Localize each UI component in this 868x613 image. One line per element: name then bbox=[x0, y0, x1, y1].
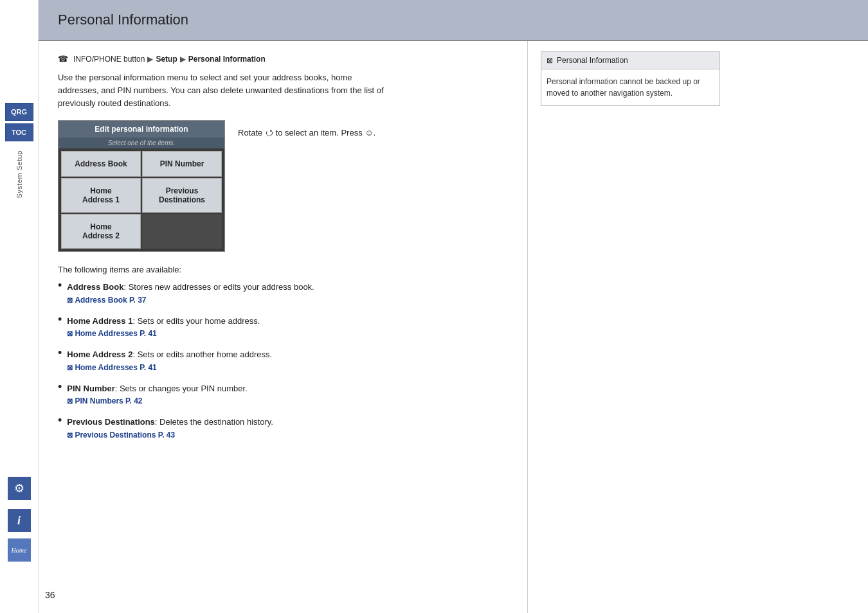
list-item: • Previous Destinations: Deletes the des… bbox=[58, 416, 508, 441]
list-item: • PIN Number: Sets or changes your PIN n… bbox=[58, 382, 508, 407]
nav-btn-empty bbox=[142, 214, 222, 249]
bullet-text: Home Address 2: Sets or edits another ho… bbox=[67, 348, 272, 373]
breadcrumb-text3: Personal Information bbox=[188, 55, 266, 64]
nav-btn-pin-number[interactable]: PIN Number bbox=[142, 151, 222, 177]
item-name-home-address-1: Home Address 1 bbox=[67, 316, 132, 326]
item-name-previous-destinations: Previous Destinations bbox=[67, 417, 155, 427]
breadcrumb-arrow2: ▶ bbox=[180, 55, 186, 64]
nav-screen-grid: Address Book PIN Number HomeAddress 1 Pr… bbox=[59, 148, 224, 251]
item-name-home-address-2: Home Address 2 bbox=[67, 350, 132, 359]
nav-btn-home-address-2[interactable]: HomeAddress 2 bbox=[61, 214, 141, 249]
bullet-text: Home Address 1: Sets or edits your home … bbox=[67, 315, 260, 340]
home-addresses-2-link[interactable]: Home Addresses P. 41 bbox=[67, 362, 272, 373]
bullet-dot: • bbox=[58, 414, 62, 426]
page-number: 36 bbox=[45, 590, 55, 600]
content-area: ☎ INFO/PHONE button ▶ Setup ▶ Personal I… bbox=[39, 41, 868, 613]
left-content: ☎ INFO/PHONE button ▶ Setup ▶ Personal I… bbox=[39, 41, 527, 613]
nav-screen: Edit personal information Select one of … bbox=[58, 120, 225, 252]
pin-numbers-link[interactable]: PIN Numbers P. 42 bbox=[67, 395, 247, 407]
bullet-dot: • bbox=[58, 314, 62, 325]
list-item: • Home Address 1: Sets or edits your hom… bbox=[58, 315, 508, 340]
item-name-address-book: Address Book bbox=[67, 282, 123, 292]
bullet-dot: • bbox=[58, 347, 62, 359]
gear-icon: ⚙ bbox=[14, 481, 24, 495]
nav-btn-address-book[interactable]: Address Book bbox=[61, 151, 141, 177]
sidebar: QRG TOC System Setup ⚙ i Home bbox=[0, 0, 39, 613]
toc-button[interactable]: TOC bbox=[5, 123, 33, 141]
nav-screen-title: Edit personal information bbox=[59, 121, 224, 138]
nav-screen-subtitle: Select one of the items. bbox=[59, 138, 224, 148]
breadcrumb-arrow1: ▶ bbox=[147, 55, 153, 64]
list-item: • Home Address 2: Sets or edits another … bbox=[58, 348, 508, 373]
bullet-text: PIN Number: Sets or changes your PIN num… bbox=[67, 382, 247, 407]
bullet-list: • Address Book: Stores new addresses or … bbox=[58, 281, 508, 441]
page-description: Use the personal information menu to sel… bbox=[58, 71, 392, 110]
nav-btn-home-address-1[interactable]: HomeAddress 1 bbox=[61, 178, 141, 213]
phone-icon: ☎ bbox=[58, 54, 68, 64]
bullet-text: Address Book: Stores new addresses or ed… bbox=[67, 281, 314, 306]
bullet-dot: • bbox=[58, 280, 62, 291]
address-book-link[interactable]: Address Book P. 37 bbox=[67, 294, 314, 306]
screenshot-area: Edit personal information Select one of … bbox=[58, 120, 508, 252]
home-addresses-1-link[interactable]: Home Addresses P. 41 bbox=[67, 328, 260, 339]
rotate-instruction: Rotate ⭯ to select an item. Press ☺. bbox=[238, 125, 375, 138]
home-icon: Home bbox=[12, 547, 27, 554]
previous-destinations-link[interactable]: Previous Destinations P. 43 bbox=[67, 429, 273, 441]
bullet-dot: • bbox=[58, 381, 62, 393]
settings-icon[interactable]: ⚙ bbox=[8, 477, 31, 500]
info-icon-button[interactable]: i bbox=[8, 509, 31, 532]
home-icon-button[interactable]: Home bbox=[8, 538, 31, 562]
item-name-pin-number: PIN Number bbox=[67, 384, 114, 393]
bullet-text: Previous Destinations: Deletes the desti… bbox=[67, 416, 273, 441]
breadcrumb-text2: Setup bbox=[156, 55, 177, 64]
note-header: Personal Information bbox=[541, 51, 720, 69]
note-body: Personal information cannot be backed up… bbox=[541, 69, 720, 106]
system-setup-label: System Setup bbox=[15, 150, 23, 198]
list-item: • Address Book: Stores new addresses or … bbox=[58, 281, 508, 306]
breadcrumb-text1: INFO/PHONE button bbox=[73, 55, 145, 64]
items-label: The following items are available: bbox=[58, 265, 508, 274]
info-icon: i bbox=[17, 514, 21, 528]
page-title: Personal Information bbox=[39, 0, 868, 41]
qrg-button[interactable]: QRG bbox=[5, 103, 33, 121]
right-content: Personal Information Personal informatio… bbox=[527, 41, 733, 613]
breadcrumb: ☎ INFO/PHONE button ▶ Setup ▶ Personal I… bbox=[58, 54, 508, 64]
nav-btn-previous-destinations[interactable]: PreviousDestinations bbox=[142, 178, 222, 213]
main-content: Personal Information ☎ INFO/PHONE button… bbox=[39, 0, 868, 613]
